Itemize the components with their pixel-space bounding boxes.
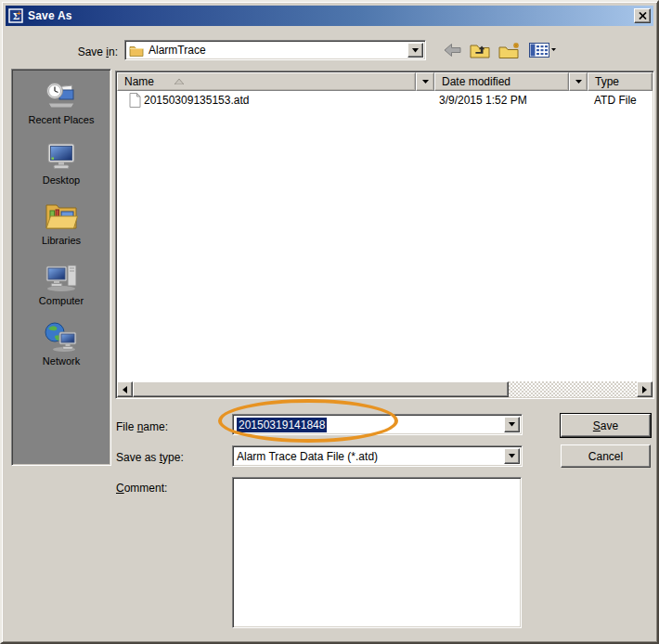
scroll-left-button[interactable] [117,381,133,397]
date-filter-dropdown-button[interactable] [569,72,588,91]
save-in-location: AlarmTrace [149,44,206,57]
window-title: Save As [28,9,72,22]
comment-label: Comment: [116,482,167,495]
file-name-label: File name: [116,420,168,433]
file-date-cell: 3/9/2015 1:52 PM [439,94,527,107]
save-in-combobox[interactable]: AlarmTrace [124,40,426,60]
place-label: Computer [12,295,110,306]
app-sigma-icon: Σ + [8,8,23,23]
computer-icon [44,260,79,293]
chevron-down-icon [509,422,516,427]
place-label: Network [12,355,110,367]
close-icon [639,12,647,19]
save-as-type-label: Save as type: [116,451,184,464]
chevron-down-icon [509,454,516,458]
save-button[interactable]: Save [561,414,651,437]
recent-places-icon [44,79,79,112]
cancel-button[interactable]: Cancel [561,444,651,468]
column-header-name[interactable]: Name [117,72,416,91]
svg-text:+: + [17,9,21,18]
file-list-header: Name Date modified Type [117,72,653,91]
scrollbar-thumb[interactable] [133,381,509,397]
place-label: Recent Places [12,114,110,125]
save-in-label: Save in: [39,45,118,58]
sort-ascending-icon [174,79,184,84]
file-name-combobox[interactable]: 20150319141848 [232,414,523,435]
name-filter-dropdown-button[interactable] [416,72,434,91]
views-menu-icon [529,43,556,58]
column-header-date-modified[interactable]: Date modified [434,72,569,91]
libraries-icon [44,200,79,233]
views-menu-button[interactable] [529,41,556,59]
title-bar[interactable]: Σ + Save As [6,6,653,26]
up-one-level-icon [470,43,490,58]
chevron-down-icon [422,80,429,84]
save-in-dropdown-button[interactable] [407,43,423,58]
save-as-type-combobox[interactable]: Alarm Trace Data File (*.atd) [232,445,523,467]
navigation-toolbar [444,41,556,59]
file-row[interactable]: 20150309135153.atd 3/9/2015 1:52 PM ATD … [117,93,653,109]
file-icon [129,93,141,108]
file-list[interactable]: Name Date modified Type [115,71,654,399]
place-libraries[interactable]: Libraries [12,200,110,246]
place-recent-places[interactable]: Recent Places [12,79,110,125]
network-icon [44,320,79,354]
save-as-type-value: Alarm Trace Data File (*.atd) [237,450,378,463]
place-label: Desktop [12,174,110,186]
comment-textarea[interactable] [232,477,522,628]
place-network[interactable]: Network [12,320,110,367]
up-one-level-button[interactable] [470,41,490,59]
arrow-right-icon [642,386,647,393]
file-name-dropdown-button[interactable] [504,417,520,432]
place-desktop[interactable]: Desktop [12,139,110,186]
save-as-type-dropdown-button[interactable] [504,448,520,464]
places-bar: Recent Places Desktop [11,69,111,466]
column-header-type[interactable]: Type [588,72,653,91]
chevron-down-icon [575,80,582,84]
horizontal-scrollbar[interactable] [117,381,653,397]
close-button[interactable] [634,8,651,23]
folder-icon [129,45,144,57]
new-folder-icon [498,42,521,58]
save-as-dialog: Σ + Save As Save in: AlarmTrace [0,0,659,644]
place-label: Libraries [12,235,110,246]
desktop-icon [45,139,78,173]
arrow-left-icon [123,386,127,393]
scroll-right-button[interactable] [637,381,653,397]
back-arrow-icon [444,44,461,57]
file-name-value[interactable]: 20150319141848 [237,418,327,432]
chevron-down-icon [412,48,420,53]
file-name-cell: 20150309135153.atd [144,94,249,107]
back-button[interactable] [444,41,461,59]
file-type-cell: ATD File [594,94,637,107]
new-folder-button[interactable] [498,41,521,59]
place-computer[interactable]: Computer [12,260,110,306]
